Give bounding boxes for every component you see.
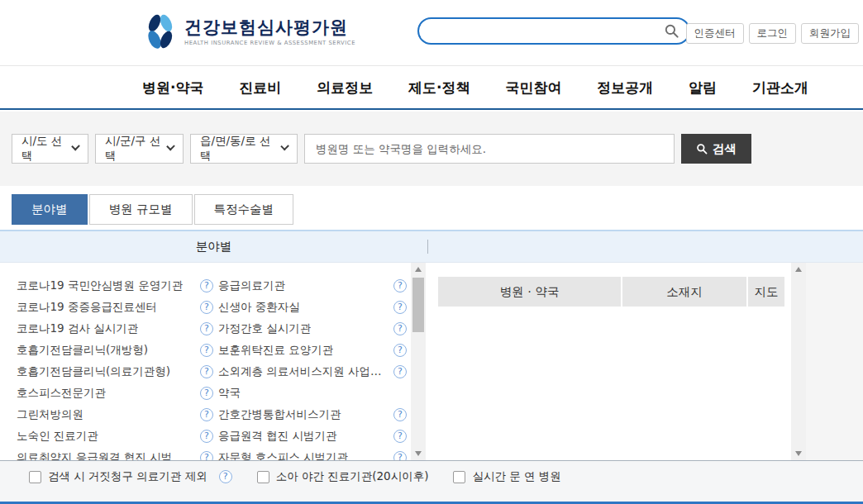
utility-links: 인증센터 로그인 회원가입: [686, 23, 860, 44]
category-item[interactable]: 호흡기전담클리닉(의료기관형) ?: [17, 361, 215, 383]
results-table: 병원 · 약국 소재지 지도: [438, 277, 784, 307]
help-icon[interactable]: ?: [219, 470, 232, 483]
category-item[interactable]: 호스피스전문기관 ?: [17, 383, 215, 404]
help-icon[interactable]: ?: [393, 365, 407, 378]
scrollbar-thumb[interactable]: [412, 278, 424, 332]
login-button[interactable]: 로그인: [749, 23, 797, 44]
category-item[interactable]: 자문형 호스피스 시범기관 ?: [218, 447, 408, 460]
sigungu-select-value: 시/군/구 선택: [105, 134, 161, 164]
scroll-up-arrow-icon[interactable]: [791, 263, 806, 276]
search-button[interactable]: 검색: [681, 134, 751, 164]
help-icon[interactable]: ?: [393, 451, 407, 460]
scroll-up-arrow-icon[interactable]: [411, 263, 426, 276]
eupmyeondong-select-value: 읍/면/동/로 선택: [200, 134, 275, 164]
nav-item-hospital-pharmacy[interactable]: 병원·약국: [142, 78, 203, 97]
nav-item-medical-cost[interactable]: 진료비: [239, 78, 281, 97]
eupmyeondong-select[interactable]: 읍/면/동/로 선택: [190, 134, 298, 164]
option-open-now-hospital[interactable]: 실시간 문 연 병원: [453, 469, 560, 484]
search-icon: [696, 143, 708, 155]
column-header-hospital-pharmacy: 병원 · 약국: [438, 277, 621, 307]
panel-header-title: 분야별: [0, 231, 427, 262]
nav-item-policy[interactable]: 제도·정책: [408, 78, 470, 97]
keyword-input[interactable]: [304, 134, 675, 164]
tab-by-category[interactable]: 분야별: [12, 194, 88, 225]
search-button-label: 검색: [713, 141, 737, 157]
category-item[interactable]: 간호간병통합서비스기관 ?: [218, 404, 408, 426]
category-item[interactable]: 노숙인 진료기관 ?: [17, 426, 215, 447]
chevron-down-icon: [280, 142, 289, 151]
category-item[interactable]: 코로나19 검사 실시기관 ?: [17, 318, 215, 340]
category-item[interactable]: 응급원격 협진 시범기관 ?: [218, 426, 408, 447]
nav-item-public-participation[interactable]: 국민참여: [505, 78, 561, 97]
tab-by-hospital-size[interactable]: 병원 규모별: [89, 194, 193, 225]
nav-item-notice[interactable]: 알림: [689, 78, 717, 97]
category-item[interactable]: 코로나19 중증응급진료센터 ?: [17, 297, 215, 318]
category-column-1: 코로나19 국민안심병원 운영기관 ? 코로나19 중증응급진료센터 ? 코로나…: [17, 275, 215, 460]
category-list: 코로나19 국민안심병원 운영기관 ? 코로나19 중증응급진료센터 ? 코로나…: [0, 263, 410, 460]
help-icon[interactable]: ?: [393, 408, 407, 421]
nav-item-about[interactable]: 기관소개: [752, 78, 808, 97]
help-icon[interactable]: ?: [200, 344, 213, 357]
global-search: [417, 17, 690, 45]
option-label: 소아 야간 진료기관(20시이후): [276, 469, 429, 484]
nav-item-info-disclosure[interactable]: 정보공개: [597, 78, 653, 97]
category-item[interactable]: 호흡기전담클리닉(개방형) ?: [17, 340, 215, 361]
scroll-down-arrow-icon[interactable]: [411, 447, 426, 460]
category-item[interactable]: 응급의료기관 ?: [218, 275, 408, 297]
logo-icon: [144, 13, 177, 50]
sido-select[interactable]: 시/도 선택: [12, 134, 88, 164]
hira-search-page: 건강보험심사평가원 HEALTH INSURANCE REVIEW & ASSE…: [0, 0, 863, 504]
help-icon[interactable]: ?: [200, 408, 213, 421]
global-search-input[interactable]: [419, 19, 660, 43]
help-icon[interactable]: ?: [200, 387, 213, 400]
help-icon[interactable]: ?: [393, 430, 407, 443]
logo-title: 건강보험심사평가원: [184, 17, 355, 37]
logo-text: 건강보험심사평가원 HEALTH INSURANCE REVIEW & ASSE…: [184, 17, 355, 46]
category-item[interactable]: 보훈위탁진료 요양기관 ?: [218, 340, 408, 361]
category-item[interactable]: 코로나19 국민안심병원 운영기관 ?: [17, 275, 215, 297]
search-filter-bar: 시/도 선택 시/군/구 선택 읍/면/동/로 선택 검색: [0, 112, 863, 186]
category-item[interactable]: 가정간호 실시기관 ?: [218, 318, 408, 340]
help-icon[interactable]: ?: [393, 279, 407, 292]
result-tabs: 분야별 병원 규모별 특정수술별: [12, 194, 293, 225]
help-icon[interactable]: ?: [200, 430, 213, 443]
category-item[interactable]: 의료취약지 응급원격 협진 시범 ?: [17, 447, 215, 460]
category-item[interactable]: 소외계층 의료서비스지원 사업… ?: [218, 361, 408, 383]
help-icon[interactable]: ?: [200, 322, 213, 335]
checkbox[interactable]: [257, 471, 269, 483]
chevron-down-icon: [71, 142, 80, 151]
footer-options-bar: 검색 시 거짓청구 의료기관 제외 ? 소아 야간 진료기관(20시이후) 실시…: [0, 460, 863, 504]
option-pediatric-night-clinic[interactable]: 소아 야간 진료기관(20시이후): [257, 469, 429, 484]
vertical-divider: [427, 240, 428, 254]
scroll-down-arrow-icon[interactable]: [791, 447, 806, 460]
logo[interactable]: 건강보험심사평가원 HEALTH INSURANCE REVIEW & ASSE…: [144, 13, 355, 50]
category-item[interactable]: 약국: [218, 383, 408, 404]
help-icon[interactable]: ?: [200, 365, 213, 378]
help-icon[interactable]: ?: [393, 344, 407, 357]
sigungu-select[interactable]: 시/군/구 선택: [95, 134, 184, 164]
column-header-map: 지도: [748, 277, 784, 307]
category-column-2: 응급의료기관 ? 신생아 중환자실 ? 가정간호 실시기관 ? 보훈위탁진료 요…: [218, 275, 408, 460]
search-icon[interactable]: [660, 21, 682, 42]
help-icon[interactable]: ?: [393, 301, 407, 314]
tab-by-surgery[interactable]: 특정수술별: [194, 194, 294, 225]
option-label: 검색 시 거짓청구 의료기관 제외: [48, 469, 207, 484]
category-item[interactable]: 신생아 중환자실 ?: [218, 297, 408, 318]
help-icon[interactable]: ?: [393, 322, 407, 335]
help-icon[interactable]: ?: [200, 279, 213, 292]
sido-select-value: 시/도 선택: [21, 134, 66, 164]
category-list-scrollbar[interactable]: [411, 263, 426, 460]
auth-center-button[interactable]: 인증센터: [686, 23, 744, 44]
checkbox[interactable]: [29, 471, 41, 483]
content-area: 코로나19 국민안심병원 운영기관 ? 코로나19 중증응급진료센터 ? 코로나…: [0, 263, 863, 460]
help-icon[interactable]: ?: [200, 301, 213, 314]
help-icon[interactable]: ?: [200, 451, 213, 460]
signup-button[interactable]: 회원가입: [801, 23, 859, 44]
results-scrollbar[interactable]: [791, 263, 806, 460]
nav-item-medical-info[interactable]: 의료정보: [317, 78, 373, 97]
option-exclude-false-claims[interactable]: 검색 시 거짓청구 의료기관 제외 ?: [29, 469, 232, 484]
checkbox[interactable]: [453, 471, 465, 483]
category-item[interactable]: 그린처방의원 ?: [17, 404, 215, 426]
main-nav: 병원·약국 진료비 의료정보 제도·정책 국민참여 정보공개 알림 기관소개: [0, 67, 863, 110]
logo-subtitle: HEALTH INSURANCE REVIEW & ASSESSMENT SER…: [184, 40, 355, 46]
